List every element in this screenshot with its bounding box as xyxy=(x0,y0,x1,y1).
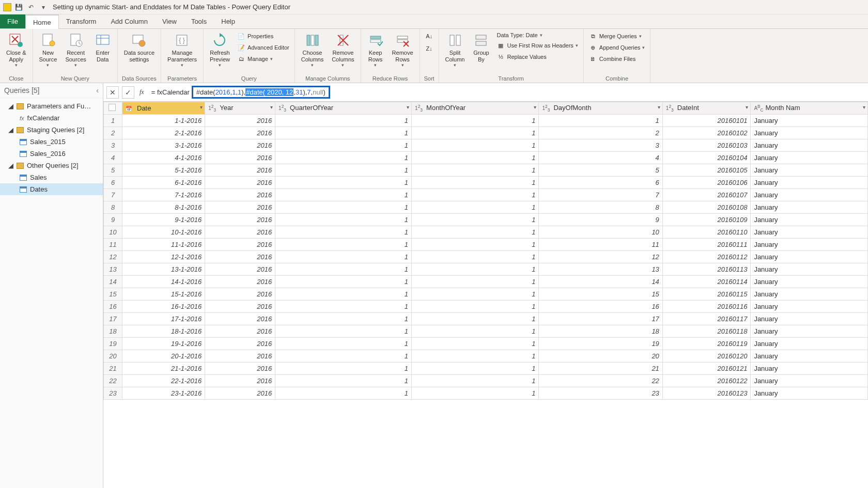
data-type-button[interactable]: Data Type: Date xyxy=(494,31,580,39)
cell[interactable]: 2016 xyxy=(205,363,275,375)
cell[interactable]: 20160102 xyxy=(662,127,751,139)
cell[interactable]: 20-1-2016 xyxy=(122,350,205,363)
tab-home[interactable]: Home xyxy=(25,14,59,29)
cell[interactable]: 2016 xyxy=(205,263,275,276)
cell[interactable]: 1 xyxy=(275,177,412,189)
cell[interactable]: 1 xyxy=(275,139,412,152)
type-icon[interactable]: 123 xyxy=(278,104,288,113)
cell[interactable]: January xyxy=(751,189,868,201)
cell[interactable]: January xyxy=(751,263,868,276)
type-icon[interactable]: 123 xyxy=(542,104,551,113)
cell[interactable]: 15 xyxy=(539,288,662,301)
save-icon[interactable]: 💾 xyxy=(14,3,23,11)
table-row[interactable]: 1414-1-20162016111420160114January xyxy=(104,276,868,288)
sort-desc-button[interactable]: Z↓ xyxy=(423,43,436,54)
table-row[interactable]: 2020-1-20162016112020160120January xyxy=(104,350,868,363)
cell[interactable]: 20160109 xyxy=(662,214,751,226)
cell[interactable]: 4-1-2016 xyxy=(122,152,205,164)
column-header[interactable]: 123DayOfMonth▾ xyxy=(539,102,662,115)
filter-icon[interactable]: ▾ xyxy=(534,104,536,110)
formula-input[interactable]: = fxCalendar #date( 2016, 1, 1), #date( … xyxy=(149,86,330,99)
table-row[interactable]: 2121-1-20162016112120160121January xyxy=(104,363,868,375)
cell[interactable]: January xyxy=(751,375,868,387)
row-number-cell[interactable]: 3 xyxy=(104,139,122,152)
query-group[interactable]: ◢Other Queries [2] xyxy=(0,160,103,171)
undo-icon[interactable]: ↶ xyxy=(27,3,35,11)
row-number-cell[interactable]: 19 xyxy=(104,338,122,350)
table-row[interactable]: 1212-1-20162016111220160112January xyxy=(104,251,868,263)
row-number-cell[interactable]: 5 xyxy=(104,164,122,177)
cell[interactable]: 6 xyxy=(539,177,662,189)
cell[interactable]: 1 xyxy=(275,338,412,350)
formula-highlight-box[interactable]: #date( 2016, 1, 1), #date( 2020, 12, 31)… xyxy=(192,86,330,99)
cell[interactable]: January xyxy=(751,115,868,127)
tab-transform[interactable]: Transform xyxy=(59,14,104,28)
column-header[interactable]: 123MonthOfYear▾ xyxy=(412,102,539,115)
cell[interactable]: 1 xyxy=(412,288,539,301)
cell[interactable]: 1 xyxy=(275,313,412,325)
cell[interactable]: 11-1-2016 xyxy=(122,239,205,251)
group-by-button[interactable]: Group By xyxy=(470,31,492,64)
cell[interactable]: 20160114 xyxy=(662,276,751,288)
cell[interactable]: 16-1-2016 xyxy=(122,301,205,313)
type-icon[interactable]: 123 xyxy=(666,104,675,113)
cell[interactable]: 20160120 xyxy=(662,350,751,363)
row-number-cell[interactable]: 2 xyxy=(104,127,122,139)
cell[interactable]: 2016 xyxy=(205,375,275,387)
cell[interactable]: 7-1-2016 xyxy=(122,189,205,201)
row-number-cell[interactable]: 20 xyxy=(104,350,122,363)
row-number-cell[interactable]: 15 xyxy=(104,288,122,301)
fx-icon[interactable]: fx xyxy=(137,88,146,96)
cell[interactable]: 1 xyxy=(275,363,412,375)
qat-dropdown-icon[interactable]: ▾ xyxy=(39,3,48,11)
new-source-button[interactable]: New Source xyxy=(36,31,60,69)
row-number-cell[interactable]: 7 xyxy=(104,189,122,201)
table-row[interactable]: 1717-1-20162016111720160117January xyxy=(104,313,868,325)
cell[interactable]: 20160113 xyxy=(662,263,751,276)
use-first-row-button[interactable]: ▦Use First Row as Headers xyxy=(494,40,580,51)
cell[interactable]: 1 xyxy=(275,350,412,363)
cell[interactable]: 1 xyxy=(275,276,412,288)
data-source-settings-button[interactable]: Data source settings xyxy=(121,31,158,64)
cell[interactable]: January xyxy=(751,288,868,301)
manage-parameters-button[interactable]: { } Manage Parameters xyxy=(164,31,200,69)
cell[interactable]: 2016 xyxy=(205,313,275,325)
query-item[interactable]: Sales_2016 xyxy=(0,148,103,160)
cell[interactable]: 20160123 xyxy=(662,387,751,400)
cell[interactable]: 16 xyxy=(539,301,662,313)
cell[interactable]: 20160119 xyxy=(662,338,751,350)
cell[interactable]: 1 xyxy=(412,139,539,152)
cell[interactable]: January xyxy=(751,201,868,214)
row-number-cell[interactable]: 8 xyxy=(104,201,122,214)
filter-icon[interactable]: ▾ xyxy=(200,104,203,110)
cell[interactable]: 2016 xyxy=(205,189,275,201)
cell[interactable]: 1 xyxy=(412,387,539,400)
cell[interactable]: 1 xyxy=(275,239,412,251)
cell[interactable]: 1 xyxy=(275,226,412,239)
row-number-cell[interactable]: 23 xyxy=(104,387,122,400)
cell[interactable]: 19-1-2016 xyxy=(122,338,205,350)
cell[interactable]: 2016 xyxy=(205,177,275,189)
tab-tools[interactable]: Tools xyxy=(184,14,214,28)
cell[interactable]: 15-1-2016 xyxy=(122,288,205,301)
column-header[interactable]: 123QuarterOfYear▾ xyxy=(275,102,412,115)
cell[interactable]: 2016 xyxy=(205,127,275,139)
cell[interactable]: 2016 xyxy=(205,214,275,226)
cell[interactable]: 20160112 xyxy=(662,251,751,263)
cell[interactable]: January xyxy=(751,164,868,177)
remove-rows-button[interactable]: Remove Rows xyxy=(389,31,416,69)
table-row[interactable]: 55-1-2016201611520160105January xyxy=(104,164,868,177)
cell[interactable]: 20 xyxy=(539,350,662,363)
cell[interactable]: 1 xyxy=(275,127,412,139)
cell[interactable]: 17 xyxy=(539,313,662,325)
cell[interactable]: 1 xyxy=(275,201,412,214)
table-row[interactable]: 33-1-2016201611320160103January xyxy=(104,139,868,152)
row-number-cell[interactable]: 18 xyxy=(104,325,122,338)
cell[interactable]: 20160103 xyxy=(662,139,751,152)
cell[interactable]: 2016 xyxy=(205,139,275,152)
tab-add-column[interactable]: Add Column xyxy=(103,14,155,28)
cell[interactable]: 3-1-2016 xyxy=(122,139,205,152)
cell[interactable]: 11 xyxy=(539,239,662,251)
cell[interactable]: 1-1-2016 xyxy=(122,115,205,127)
table-row[interactable]: 1616-1-20162016111620160116January xyxy=(104,301,868,313)
